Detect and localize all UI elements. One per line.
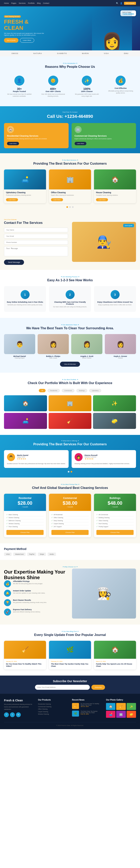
- partner-5: VISA: [104, 53, 109, 54]
- price-feature-2-1: All Residential: [51, 513, 89, 516]
- how-section: Our Working Process Easy As 1-2-3 See Ho…: [0, 270, 140, 318]
- gallery-3[interactable]: ✨: [127, 703, 136, 710]
- portfolio-tab-upholstery[interactable]: Upholstery: [89, 389, 101, 392]
- blog-post-3[interactable]: 🏠 March 10, 2024 Family Help You Spend L…: [94, 641, 136, 670]
- why2-feature-4: 🚀 Express Fast Delivery Quick and effici…: [4, 609, 68, 616]
- search-icon[interactable]: 🔍: [116, 2, 118, 4]
- name-input[interactable]: [4, 228, 68, 232]
- nav-contact[interactable]: Contact: [43, 2, 49, 4]
- test-dot-1[interactable]: [68, 471, 69, 472]
- phone-input[interactable]: [4, 240, 68, 245]
- service-btn-2[interactable]: Learn More: [51, 198, 63, 201]
- footer-news-1[interactable]: 🧹 Do You Know How To Healthy Watch This …: [72, 703, 102, 709]
- footer-gallery-col: Our Photo Gallery 🏠 🧹 ✨ 🛋️ 🏢 🧽: [106, 699, 136, 718]
- hero-quote-button[interactable]: Get A Quote: [4, 38, 19, 42]
- email-group: [4, 234, 68, 239]
- portfolio-tab-all[interactable]: All: [39, 389, 45, 392]
- pay-visa: VISA: [4, 553, 11, 556]
- how-step-1: 1 Easy Online Scheduling Just A Few Clic…: [4, 286, 46, 312]
- portfolio-item-6[interactable]: 🧽: [93, 413, 136, 429]
- blog-post-1[interactable]: 🧹 January 20, 2024 Do You Know How To He…: [4, 641, 46, 670]
- user-icon[interactable]: 👤: [120, 2, 123, 4]
- dot-1[interactable]: [66, 206, 68, 208]
- service-name-1: Upholstery Cleaning: [6, 191, 44, 194]
- portfolio-item-1[interactable]: 🏠: [4, 395, 47, 411]
- message-input[interactable]: [4, 246, 68, 256]
- team-view-all-button[interactable]: View All Member: [60, 362, 80, 367]
- nav-services[interactable]: Services: [19, 2, 26, 4]
- residential-btn[interactable]: Learn More: [7, 142, 19, 145]
- why-desc-2: Over 400 clients trust our professional …: [39, 93, 67, 97]
- test-text-2: Amazing cleaning service! Very punctual …: [75, 463, 133, 465]
- footer-product-2[interactable]: Commercial Cleaning: [38, 706, 68, 708]
- hero-learn-button[interactable]: Learn More: [20, 38, 34, 42]
- footer-product-3[interactable]: Office Cleaning: [38, 708, 68, 711]
- portfolio-item-3[interactable]: ✨: [93, 395, 136, 411]
- gallery-1[interactable]: 🏠: [106, 703, 115, 710]
- nav-cta-button[interactable]: Get A Quote: [124, 2, 136, 5]
- blog-body-2: February 15, 2024 The Best Clean Tip Gar…: [49, 659, 91, 670]
- nav-home[interactable]: Home: [4, 2, 9, 4]
- commercial-btn[interactable]: Learn More: [75, 142, 86, 145]
- nav-pages[interactable]: Pages: [11, 2, 16, 4]
- dot-3[interactable]: [72, 206, 74, 208]
- instagram-icon[interactable]: in: [16, 712, 21, 717]
- twitter-icon[interactable]: t: [10, 712, 15, 717]
- why-label-2: Over 400+ Clients: [39, 90, 67, 92]
- why-stat-1: 30+: [6, 87, 33, 90]
- pay-amex: AmEx: [47, 553, 56, 556]
- service-btn-1[interactable]: Learn More: [6, 198, 18, 201]
- gallery-4[interactable]: 🛋️: [106, 711, 115, 718]
- portfolio-tab-buildings[interactable]: Buildings: [76, 389, 87, 392]
- testimonial-grid: 👨 Martin Daniel Happy Client ★★★★★ Excel…: [4, 450, 136, 468]
- test-dot-2[interactable]: [71, 471, 72, 472]
- blog-grid: 🧹 January 20, 2024 Do You Know How To He…: [4, 641, 136, 670]
- contact-submit-button[interactable]: Send Message: [4, 260, 24, 265]
- footer-product-4[interactable]: Carpet Cleaning: [38, 711, 68, 713]
- partner-3: GAMBITO: [57, 53, 67, 54]
- portfolio-item-4[interactable]: 🛋️: [4, 413, 47, 429]
- gallery-5[interactable]: 🏢: [116, 711, 126, 718]
- footer-product-1[interactable]: Residential Cleaning: [38, 703, 68, 706]
- portfolio-item-2[interactable]: 🏢: [48, 395, 92, 411]
- footer-products-col: Our Products Residential Cleaning Commer…: [38, 699, 68, 718]
- payment-section: Payment Method VISA MasterCard PayPal St…: [0, 543, 140, 560]
- contact-inner: Get A Free Estimate Contact For The Serv…: [4, 219, 136, 265]
- nav-links: Home Pages Services Portfolio Blog Conta…: [4, 2, 49, 4]
- newsletter-section: Subscribe Our Newsletter Subscribe: [0, 676, 140, 694]
- test-stars-1: ★★★★★: [17, 458, 28, 460]
- portfolio-item-5[interactable]: 🧹: [48, 413, 92, 429]
- email-input[interactable]: [4, 234, 68, 239]
- nav-portfolio[interactable]: Portfolio: [28, 2, 35, 4]
- contact-cta-badge[interactable]: Get A Quote: [123, 224, 134, 227]
- newsletter-input[interactable]: [35, 685, 90, 690]
- nav-blog[interactable]: Blog: [37, 2, 41, 4]
- footer-news-col: Recent News 🧹 Do You Know How To Healthy…: [72, 699, 102, 718]
- why2-feature-1: 💰 Affordable Pricings We offer the best …: [4, 580, 68, 587]
- why-label-3: 100% Cleaner: [73, 90, 101, 92]
- footer-bottom: © 2024 Fresh & Clean. All Rights Reserve…: [4, 722, 136, 726]
- price-body-2: All Residential Office Cleaning Deep Cle…: [49, 511, 91, 537]
- price-feature-3-4: Roof Cleaning: [96, 522, 134, 525]
- price-btn-3[interactable]: Choose Plan: [96, 530, 134, 535]
- gallery-6[interactable]: 🧽: [127, 711, 136, 718]
- team-section: Our Awesome Team We Have The Best Team T…: [0, 318, 140, 373]
- portfolio-tab-commercial[interactable]: Commercial: [62, 389, 74, 392]
- partners-bar: SWISS NATURA GAMBITO MARIN VISA EMU: [0, 51, 140, 56]
- service-btn-3[interactable]: Learn More: [96, 198, 108, 201]
- price-card-3: Buildings $48.00 / month All Commercial …: [94, 494, 136, 537]
- contact-form-area: Get A Free Estimate Contact For The Serv…: [4, 219, 68, 265]
- price-feature-2-5: 24/7 Support: [51, 525, 89, 528]
- footer-product-5[interactable]: Window Cleaning: [38, 713, 68, 716]
- price-btn-1[interactable]: Choose Plan: [6, 530, 44, 535]
- price-amount-3: $48.00: [97, 500, 133, 506]
- facebook-icon[interactable]: f: [4, 712, 9, 717]
- newsletter-subscribe-button[interactable]: Subscribe: [92, 685, 105, 690]
- portfolio-tab-residential[interactable]: Residential: [47, 389, 60, 392]
- price-btn-2[interactable]: Choose Plan: [51, 530, 89, 535]
- gallery-2[interactable]: 🧹: [116, 703, 126, 710]
- test-info-2: Dianne Russell Satisfied Customer ★★★★★: [84, 454, 98, 460]
- blog-post-2[interactable]: 🌿 February 15, 2024 The Best Clean Tip G…: [49, 641, 91, 670]
- dot-2[interactable]: [69, 206, 71, 208]
- footer-news-2[interactable]: 🌿 The Best Clean Tip Garden Family Help …: [72, 711, 102, 717]
